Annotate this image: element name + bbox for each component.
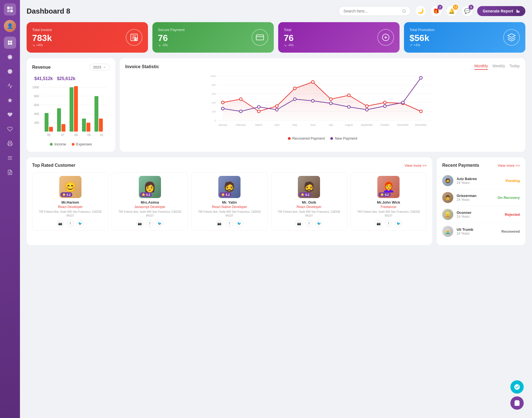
- facebook-icon-1[interactable]: f: [146, 220, 154, 227]
- instagram-icon-1[interactable]: 📷: [136, 220, 144, 227]
- payment-info-1: Griezerman 24 Years: [457, 194, 494, 202]
- svg-text:July: July: [329, 124, 333, 126]
- facebook-icon-2[interactable]: f: [226, 220, 233, 227]
- svg-rect-2: [7, 10, 10, 12]
- chart-icon: [515, 9, 520, 13]
- invoice-chart-title: Invoice Statistic: [125, 64, 159, 69]
- svg-rect-6: [8, 43, 10, 45]
- theme-toggle-btn[interactable]: 🌙: [415, 6, 426, 17]
- payment-name-2: Oconner: [457, 211, 502, 215]
- list-item: 👩‍🦰 ⭐ 4.2 Mr.John Wick Freelancer 795 Fo…: [351, 172, 427, 231]
- twitter-icon-0[interactable]: 🐦: [77, 220, 84, 227]
- svg-text:$: $: [135, 39, 136, 40]
- revenue-amount: $41,512k $25,612k: [32, 74, 75, 81]
- sidebar-item-hearts[interactable]: [4, 123, 16, 135]
- list-item: 😊 ⭐ 4.2 Mr.Hariom React Developer 795 Fo…: [32, 172, 108, 231]
- year-select[interactable]: 2023: [89, 64, 110, 71]
- twitter-icon-4[interactable]: 🐦: [395, 220, 402, 227]
- new-payment-legend: New Payment: [330, 136, 357, 140]
- stat-card-total-icon: [377, 29, 394, 46]
- customers-view-more[interactable]: View more >>: [405, 163, 427, 168]
- support-fab[interactable]: [510, 380, 524, 394]
- recovered-legend: Recovered Payment: [288, 136, 325, 140]
- instagram-icon-0[interactable]: 📷: [57, 220, 64, 227]
- customers-grid: 😊 ⭐ 4.2 Mr.Hariom React Developer 795 Fo…: [32, 172, 427, 231]
- sidebar-item-dashboard[interactable]: [4, 37, 16, 49]
- customers-title: Top Rated Customer: [32, 163, 75, 168]
- chat-btn[interactable]: 💬 5: [462, 6, 473, 17]
- twitter-icon-1[interactable]: 🐦: [156, 220, 163, 227]
- header: Dashboard 8 🌙 🎁 2 🔔 12 💬 5 Gener: [27, 6, 525, 17]
- sidebar-item-likes[interactable]: [4, 109, 16, 121]
- customer-role-0: React Developer: [35, 205, 106, 209]
- svg-point-77: [329, 98, 332, 101]
- search-input[interactable]: [343, 9, 400, 13]
- cart-fab[interactable]: [510, 396, 524, 410]
- tab-weekly[interactable]: Weekly: [492, 64, 505, 70]
- search-box[interactable]: [339, 6, 411, 16]
- charts-row: Revenue 2023 $41,512k $25,612k: [27, 58, 525, 152]
- revenue-legend: Income Expenses: [32, 142, 110, 146]
- svg-point-82: [420, 110, 422, 113]
- avatar[interactable]: 👤: [4, 20, 16, 32]
- svg-rect-56: [99, 119, 103, 132]
- customer-avatar-0: 😊 ⭐ 4.2: [59, 176, 81, 198]
- invoice-chart-header: Invoice Statistic Monthly Weekly Today: [125, 64, 520, 70]
- svg-text:August: August: [345, 124, 353, 126]
- stat-card-payment-change: ↘ -4%: [158, 43, 185, 47]
- twitter-icon-3[interactable]: 🐦: [315, 220, 323, 227]
- payments-view-more[interactable]: View more >>: [498, 163, 520, 168]
- payment-status-3: Recovered: [502, 229, 520, 234]
- sidebar-item-info[interactable]: [4, 65, 16, 78]
- payment-avatar-0: 🧔: [442, 175, 453, 186]
- svg-rect-13: [9, 144, 11, 146]
- sidebar-logo[interactable]: [4, 3, 16, 16]
- facebook-icon-0[interactable]: f: [67, 220, 74, 227]
- customer-role-1: Javascript Developer: [114, 205, 185, 209]
- stat-card-total-left: Total 76 ↘ -4%: [284, 28, 294, 47]
- bell-btn[interactable]: 🔔 12: [446, 6, 457, 17]
- svg-marker-12: [8, 98, 12, 102]
- sidebar-item-print[interactable]: [4, 137, 16, 150]
- expenses-label: Expenses: [76, 142, 92, 146]
- stat-card-invoice-change: ↘ +4%: [32, 43, 52, 47]
- facebook-icon-3[interactable]: f: [305, 220, 313, 227]
- sidebar-item-notes[interactable]: [4, 166, 16, 178]
- payment-info-2: Oconner 24 Years: [457, 211, 502, 219]
- income-dot: [50, 143, 53, 146]
- invoice-tabs: Monthly Weekly Today: [474, 64, 520, 70]
- gift-btn[interactable]: 🎁 2: [431, 6, 442, 17]
- stat-card-promotion-label: Total Promotion: [410, 28, 434, 32]
- sidebar-item-menu[interactable]: [4, 152, 16, 164]
- svg-rect-1: [10, 7, 13, 9]
- stat-cards-grid: Total invoice 783k ↘ +4% $ Secure Paymen…: [27, 22, 525, 53]
- payment-info-3: Uli Trumb 24 Years: [457, 227, 498, 235]
- chevron-down-icon: [103, 66, 106, 69]
- svg-rect-55: [94, 96, 98, 132]
- customer-name-4: Mr.John Wick: [353, 200, 424, 204]
- svg-text:200: 200: [34, 121, 39, 124]
- svg-point-83: [221, 107, 224, 110]
- instagram-icon-4[interactable]: 📷: [375, 220, 382, 227]
- tab-monthly[interactable]: Monthly: [474, 64, 488, 70]
- instagram-icon-3[interactable]: 📷: [295, 220, 303, 227]
- instagram-icon-2[interactable]: 📷: [216, 220, 223, 227]
- bell-badge: 12: [453, 5, 458, 10]
- customers-card: Top Rated Customer View more >> 😊 ⭐ 4.2 …: [27, 157, 432, 245]
- generate-report-button[interactable]: Generate Report: [477, 6, 525, 16]
- page-title: Dashboard 8: [27, 7, 70, 16]
- twitter-icon-2[interactable]: 🐦: [236, 220, 243, 227]
- sidebar-item-analytics[interactable]: [4, 80, 16, 92]
- customer-address-0: 795 Folsom Ave, Suite 600 San Francisco,…: [35, 210, 106, 218]
- tab-today[interactable]: Today: [510, 64, 520, 70]
- social-icons-1: 📷 f 🐦: [114, 220, 185, 227]
- payment-age-3: 24 Years: [457, 232, 498, 235]
- svg-point-91: [365, 108, 368, 111]
- svg-point-85: [257, 106, 260, 108]
- trend-down-icon: ↘: [158, 43, 161, 47]
- svg-text:800: 800: [212, 84, 216, 86]
- facebook-icon-4[interactable]: f: [385, 220, 392, 227]
- sidebar-item-favorites[interactable]: [4, 94, 16, 106]
- payments-title: Recent Payments: [442, 163, 479, 168]
- sidebar-item-settings[interactable]: [4, 51, 16, 63]
